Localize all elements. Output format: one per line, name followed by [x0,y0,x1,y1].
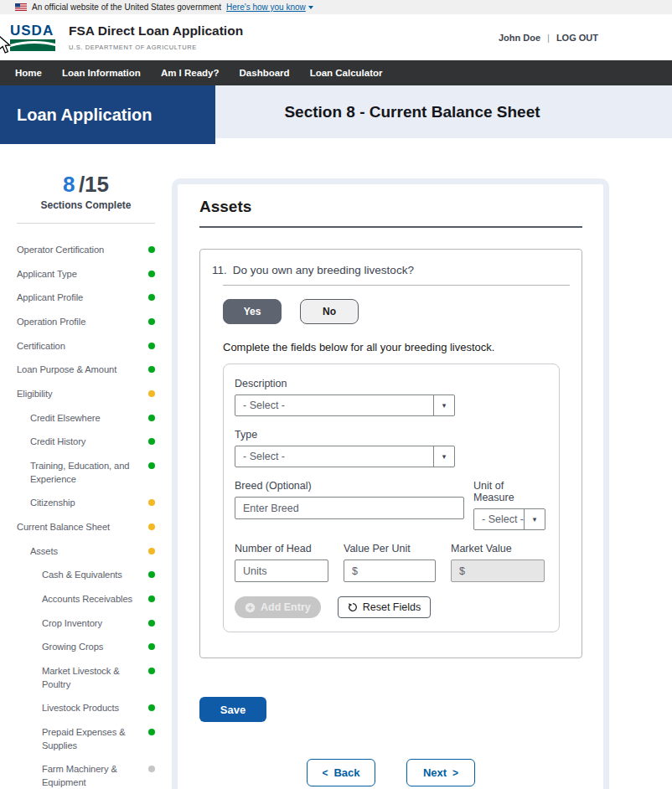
status-dot-icon [148,729,155,735]
instruction-text: Complete the fields below for all your b… [223,341,570,353]
account-links: John Doe | LOG OUT [499,33,598,43]
breed-label: Breed (Optional) [235,480,464,492]
page: An official website of the United States… [0,0,672,789]
usda-logo-text: USDA [10,23,57,38]
caret-down-icon[interactable]: ▾ [433,446,454,467]
description-select[interactable]: - Select - ▾ [235,394,455,416]
sidebar-divider [17,223,155,224]
sidebar-section-item[interactable]: Market Livestock & Poultry [17,665,155,691]
livestock-fields-card: Description - Select - ▾ Type - Select -… [223,364,560,632]
sidebar-section-item[interactable]: Eligibility [17,388,155,401]
sidebar-section-label: Certification [17,340,143,353]
value-per-unit-input[interactable] [344,560,436,582]
sidebar-section-label: Operation Profile [17,316,143,329]
unit-of-measure-select[interactable]: - Select - ▾ [473,508,545,530]
question-text: Do you own any breeding livestock? [233,264,414,276]
sidebar-section-item[interactable]: Operation Profile [17,316,155,329]
description-label: Description [235,378,547,389]
sidebar-section-item[interactable]: Assets [17,545,155,559]
sidebar-section-item[interactable]: Credit History [17,436,155,449]
back-button[interactable]: < Back [307,759,375,786]
sidebar-section-item[interactable]: Training, Education, and Experience [17,460,155,486]
sidebar-section-label: Crop Inventory [42,617,143,631]
chevron-left-icon: < [322,767,328,779]
department-label: U.S. DEPARTMENT OF AGRICULTURE [69,44,243,51]
type-label: Type [235,429,547,441]
sidebar-section-item[interactable]: Cash & Equivalents [17,569,155,582]
nav-item[interactable]: Loan Calculator [310,68,383,78]
value-per-unit-label: Value Per Unit [344,543,436,554]
number-of-head-label: Number of Head [235,543,328,554]
sidebar-section-label: Eligibility [17,388,143,401]
progress-sidebar: 8 /15 Sections Complete Operator Certifi… [17,172,155,789]
sidebar-section-item[interactable]: Growing Crops [17,641,155,654]
sidebar-section-item[interactable]: Operator Certification [17,244,155,257]
nav-item[interactable]: Am I Ready? [161,68,220,78]
status-dot-icon [148,620,155,627]
sidebar-section-item[interactable]: Citizenship [17,497,155,510]
sidebar-section-label: Operator Certification [17,244,143,257]
status-dot-icon [148,462,155,469]
sidebar-section-label: Applicant Profile [17,291,143,305]
nav-item[interactable]: Loan Information [62,68,141,78]
status-dot-icon [148,318,155,325]
plus-circle-icon [245,602,256,613]
status-dot-icon [148,499,155,506]
question-11-title: 11. Do you own any breeding livestock? [212,264,570,276]
section-banner: Loan Application Section 8 - Current Bal… [0,85,672,144]
sidebar-section-label: Prepaid Expenses & Supplies [42,726,143,752]
sidebar-section-item[interactable]: Applicant Profile [17,291,155,305]
sidebar-section-label: Cash & Equivalents [42,569,143,582]
chevron-right-icon: > [452,767,458,779]
nav-item[interactable]: Home [15,68,42,78]
sidebar-section-item[interactable]: Current Balance Sheet [17,521,155,534]
gov-banner-text: An official website of the United States… [32,3,221,12]
breed-input[interactable] [235,497,464,519]
numbers-row: Number of Head Value Per Unit Market Val… [235,543,547,582]
sidebar-section-item[interactable]: Livestock Products [17,702,155,715]
status-dot-icon [148,366,155,373]
sidebar-section-item[interactable]: Farm Machinery & Equipment [17,763,155,789]
sections-counter-caption: Sections Complete [17,199,155,211]
sidebar-section-item[interactable]: Accounts Receivables [17,593,155,606]
caret-down-icon[interactable]: ▾ [433,395,454,415]
save-button[interactable]: Save [199,697,266,722]
logout-link[interactable]: LOG OUT [556,33,598,43]
number-of-head-input[interactable] [235,560,328,582]
chevron-down-icon [308,6,313,9]
status-dot-icon [148,523,155,530]
sidebar-section-item[interactable]: Credit Elsewhere [17,412,155,425]
sidebar-section-label: Accounts Receivables [42,593,143,606]
sidebar-section-item[interactable]: Prepaid Expenses & Supplies [17,726,155,752]
status-dot-icon [148,766,155,772]
sidebar-section-item[interactable]: Loan Purpose & Amount [17,364,155,377]
assets-heading: Assets [199,198,582,228]
nav-item[interactable]: Dashboard [240,68,290,78]
market-value-label: Market Value [451,543,545,554]
sidebar-section-item[interactable]: Applicant Type [17,268,155,281]
sidebar-section-label: Farm Machinery & Equipment [42,763,143,789]
status-dot-icon [148,343,155,349]
add-entry-button: Add Entry [235,596,321,618]
sidebar-section-label: Assets [30,545,143,559]
gov-banner: An official website of the United States… [0,0,672,14]
app-title: FSA Direct Loan Application [69,23,243,39]
heres-how-link[interactable]: Here's how you know [226,3,313,12]
main-nav: Home Loan Information Am I Ready? Dashbo… [0,60,672,85]
usda-logo[interactable]: USDA [10,23,57,51]
sidebar-section-item[interactable]: Crop Inventory [17,617,155,631]
pager: < Back Next > [199,759,582,786]
sidebar-section-label: Growing Crops [42,641,143,654]
reset-fields-button[interactable]: Reset Fields [338,596,431,618]
unit-of-measure-label: Unit of Measure [473,480,545,503]
no-button[interactable]: No [300,299,359,324]
yes-button[interactable]: Yes [223,299,282,324]
assets-panel: Assets 11. Do you own any breeding lives… [172,178,609,789]
next-button[interactable]: Next > [406,759,475,786]
user-name-link[interactable]: John Doe [499,33,540,43]
sidebar-section-label: Citizenship [30,497,143,510]
type-select[interactable]: - Select - ▾ [235,446,455,467]
section-title-banner: Section 8 - Current Balance Sheet [215,85,672,138]
sidebar-section-item[interactable]: Certification [17,340,155,353]
caret-down-icon[interactable]: ▾ [524,509,545,529]
